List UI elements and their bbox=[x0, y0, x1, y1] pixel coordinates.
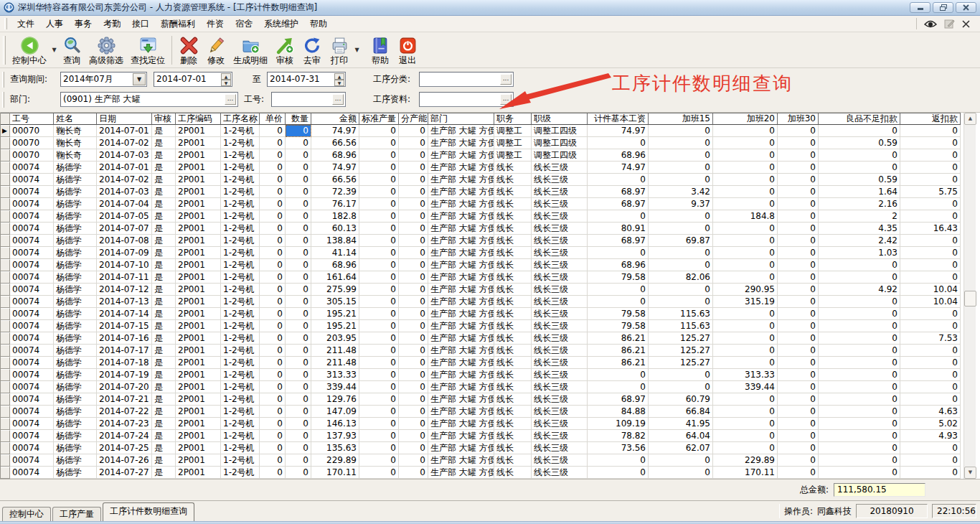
grid-cell[interactable]: 0 bbox=[260, 223, 286, 235]
row-selector[interactable] bbox=[1, 137, 10, 149]
generate-detail-button[interactable]: 生成明细 bbox=[230, 34, 271, 67]
grid-cell[interactable]: 84.88 bbox=[588, 406, 649, 418]
grid-cell[interactable]: 1-2号机 bbox=[221, 162, 260, 174]
grid-cell[interactable]: 00074 bbox=[10, 162, 54, 174]
grid-cell[interactable]: 0 bbox=[588, 454, 649, 467]
grid-cell[interactable]: 生产部 大罐 方倒 bbox=[428, 345, 494, 357]
grid-cell[interactable]: 线长 bbox=[494, 235, 532, 247]
grid-cell[interactable]: 0 bbox=[819, 259, 900, 271]
grid-cell[interactable]: 线长 bbox=[494, 442, 532, 454]
grid-cell[interactable]: 0 bbox=[286, 186, 311, 198]
grid-cell[interactable]: 2P001 bbox=[176, 418, 221, 430]
grid-cell[interactable]: 78.82 bbox=[588, 430, 649, 442]
grid-cell[interactable]: 4.92 bbox=[819, 284, 900, 296]
grid-cell[interactable]: 0 bbox=[260, 332, 286, 345]
grid-cell[interactable]: 0 bbox=[260, 442, 286, 454]
grid-cell[interactable]: 0 bbox=[900, 381, 961, 393]
grid-cell[interactable]: 0 bbox=[713, 418, 778, 430]
grid-cell[interactable]: 66.84 bbox=[649, 406, 713, 418]
grid-cell[interactable]: 生产部 大罐 方倒 bbox=[428, 247, 494, 259]
grid-cell[interactable]: 73.56 bbox=[588, 442, 649, 454]
grid-cell[interactable]: 2014-07-19 bbox=[97, 369, 152, 381]
grid-cell[interactable]: 生产部 大罐 方倒 bbox=[428, 454, 494, 467]
grid-cell[interactable]: 线长三级 bbox=[532, 210, 588, 223]
grid-cell[interactable]: 线长 bbox=[494, 162, 532, 174]
vertical-scrollbar[interactable]: ▲ ▼ bbox=[963, 113, 976, 479]
grid-cell[interactable]: 00074 bbox=[10, 369, 54, 381]
grid-cell[interactable]: 是 bbox=[152, 381, 176, 393]
grid-cell[interactable]: 1.03 bbox=[819, 247, 900, 259]
grid-cell[interactable]: 2014-07-01 bbox=[97, 125, 152, 137]
combo-dropdown-icon[interactable]: ▼ bbox=[133, 73, 146, 85]
grid-cell[interactable]: 线长三级 bbox=[532, 357, 588, 369]
grid-cell[interactable]: 2014-07-09 bbox=[97, 247, 152, 259]
grid-cell[interactable]: 杨德学 bbox=[54, 406, 97, 418]
grid-cell[interactable]: 72.39 bbox=[311, 186, 359, 198]
grid-cell[interactable]: 0 bbox=[778, 369, 819, 381]
grid-cell[interactable]: 3.42 bbox=[649, 186, 713, 198]
grid-cell[interactable]: 0 bbox=[713, 357, 778, 369]
grid-cell[interactable]: 0 bbox=[359, 210, 399, 223]
grid-cell[interactable]: 生产部 大罐 方倒 bbox=[428, 223, 494, 235]
grid-cell[interactable]: 线长三级 bbox=[532, 284, 588, 296]
restore-button[interactable] bbox=[933, 2, 953, 13]
grid-cell[interactable]: 0 bbox=[260, 467, 286, 479]
grid-cell[interactable]: 305.15 bbox=[311, 296, 359, 308]
grid-cell[interactable]: 线长三级 bbox=[532, 235, 588, 247]
menu-help[interactable]: 帮助 bbox=[304, 17, 333, 32]
grid-cell[interactable]: 0 bbox=[900, 259, 961, 271]
grid-cell[interactable]: 74.97 bbox=[311, 162, 359, 174]
grid-cell[interactable]: 2P001 bbox=[176, 162, 221, 174]
grid-cell[interactable]: 2 bbox=[819, 210, 900, 223]
grid-cell[interactable]: 2P001 bbox=[176, 381, 221, 393]
grid-cell[interactable]: 0 bbox=[286, 223, 311, 235]
grid-cell[interactable]: 线长 bbox=[494, 198, 532, 210]
grid-cell[interactable]: 杨德学 bbox=[54, 467, 97, 479]
grid-cell[interactable]: 2014-07-18 bbox=[97, 357, 152, 369]
grid-cell[interactable]: 0 bbox=[359, 259, 399, 271]
grid-cell[interactable]: 161.64 bbox=[311, 271, 359, 284]
control-center-dropdown[interactable]: ▼ bbox=[50, 34, 58, 67]
grid-cell[interactable]: 鞠长奇 bbox=[54, 125, 97, 137]
grid-cell[interactable]: 生产部 大罐 方倒 bbox=[428, 210, 494, 223]
grid-cell[interactable]: 68.97 bbox=[588, 198, 649, 210]
grid-cell[interactable]: 0 bbox=[649, 467, 713, 479]
grid-cell[interactable]: 杨德学 bbox=[54, 259, 97, 271]
grid-cell[interactable]: 0.59 bbox=[819, 137, 900, 149]
process-category-field[interactable]: ... bbox=[419, 72, 514, 87]
grid-cell[interactable]: 5.02 bbox=[900, 418, 961, 430]
grid-cell[interactable]: 2P001 bbox=[176, 320, 221, 332]
grid-cell[interactable]: 0 bbox=[286, 308, 311, 320]
grid-cell[interactable]: 2014-07-23 bbox=[97, 418, 152, 430]
grid-cell[interactable]: 0 bbox=[286, 454, 311, 467]
grid-cell[interactable]: 杨德学 bbox=[54, 162, 97, 174]
grid-cell[interactable]: 0 bbox=[286, 418, 311, 430]
grid-cell[interactable]: 0 bbox=[713, 271, 778, 284]
grid-cell[interactable]: 2P001 bbox=[176, 430, 221, 442]
grid-cell[interactable]: 0 bbox=[713, 430, 778, 442]
tab-process-output[interactable]: 工序产量 bbox=[52, 507, 101, 521]
grid-cell[interactable]: 00074 bbox=[10, 174, 54, 186]
grid-cell[interactable]: 0 bbox=[399, 125, 428, 137]
grid-cell[interactable]: 0 bbox=[359, 381, 399, 393]
column-header[interactable]: 计件基本工资 bbox=[588, 113, 649, 125]
grid-cell[interactable]: 0 bbox=[359, 454, 399, 467]
grid-cell[interactable]: 1-2号机 bbox=[221, 381, 260, 393]
grid-cell[interactable]: 2014-07-12 bbox=[97, 284, 152, 296]
row-selector[interactable] bbox=[1, 284, 10, 296]
grid-cell[interactable]: 0 bbox=[359, 137, 399, 149]
grid-cell[interactable]: 杨德学 bbox=[54, 174, 97, 186]
grid-cell[interactable]: 杨德学 bbox=[54, 223, 97, 235]
grid-cell[interactable]: 129.76 bbox=[311, 393, 359, 406]
grid-cell[interactable]: 线长 bbox=[494, 381, 532, 393]
grid-cell[interactable]: 2P001 bbox=[176, 271, 221, 284]
grid-cell[interactable]: 125.27 bbox=[649, 332, 713, 345]
grid-cell[interactable]: 0 bbox=[778, 308, 819, 320]
menu-hr[interactable]: 人事 bbox=[40, 17, 69, 32]
grid-cell[interactable]: 是 bbox=[152, 296, 176, 308]
grid-cell[interactable]: 0 bbox=[260, 210, 286, 223]
column-header[interactable]: 分产能 bbox=[399, 113, 428, 125]
row-selector[interactable] bbox=[1, 467, 10, 479]
grid-cell[interactable]: 2.42 bbox=[819, 235, 900, 247]
column-header[interactable]: 审核 bbox=[152, 113, 176, 125]
